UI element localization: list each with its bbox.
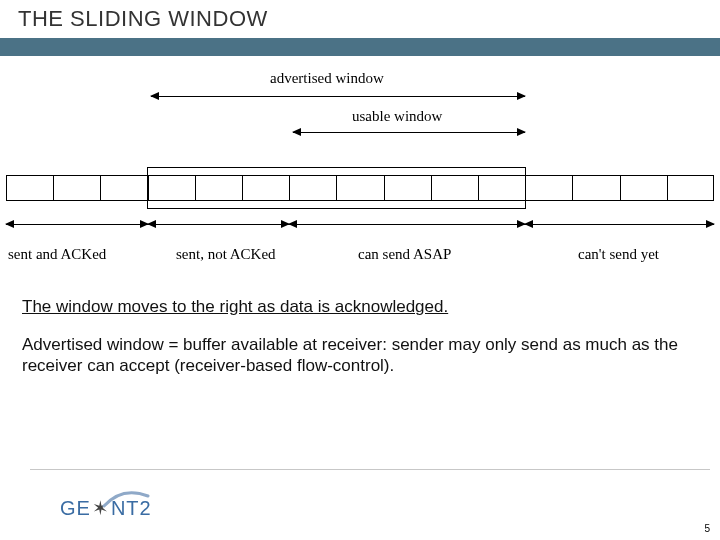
arrow-usable-window xyxy=(293,132,525,133)
logo-text-ge: GE xyxy=(60,497,91,520)
label-can-send: can send ASAP xyxy=(358,246,451,263)
segment-cell xyxy=(101,176,148,200)
segment-cell xyxy=(668,176,715,200)
label-advertised-window: advertised window xyxy=(270,70,384,87)
body-paragraph: Advertised window = buffer available at … xyxy=(22,334,692,377)
logo-swoosh-icon xyxy=(102,484,150,512)
label-usable-window: usable window xyxy=(352,108,442,125)
arrow-cant-send xyxy=(525,224,714,225)
segment-cell xyxy=(573,176,620,200)
title-underline-bar xyxy=(0,38,720,56)
sliding-window-rect xyxy=(147,167,527,209)
slide-title: THE SLIDING WINDOW xyxy=(18,6,268,32)
segment-cell xyxy=(7,176,54,200)
segment-cell xyxy=(54,176,101,200)
label-cant-send: can't send yet xyxy=(578,246,659,263)
footer-divider xyxy=(30,469,710,470)
arrow-advertised-window xyxy=(151,96,525,97)
geant2-logo: GE ✶ NT 2 xyxy=(60,496,152,520)
arrow-sent-not-acked xyxy=(148,224,290,225)
segment-cell xyxy=(621,176,668,200)
segment-cell xyxy=(526,176,573,200)
arrow-sent-acked xyxy=(6,224,148,225)
label-sent-not-acked: sent, not ACKed xyxy=(176,246,276,263)
body-line-1: The window moves to the right as data is… xyxy=(22,296,692,317)
arrow-can-send xyxy=(289,224,525,225)
label-sent-acked: sent and ACKed xyxy=(8,246,106,263)
page-number: 5 xyxy=(704,523,710,534)
sliding-window-diagram: advertised window usable window sent and… xyxy=(0,70,720,280)
